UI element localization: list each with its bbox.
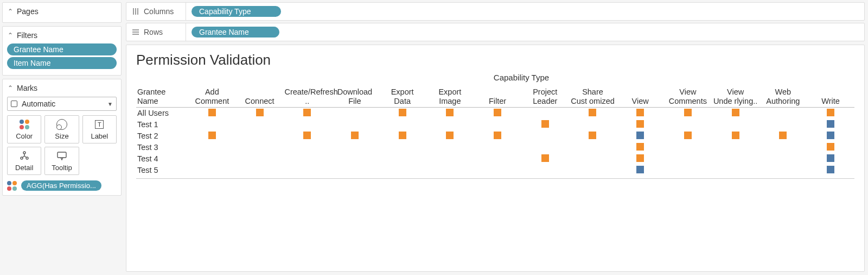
cell[interactable] [331, 142, 379, 153]
marks-size-button[interactable]: Size [44, 115, 79, 143]
mark-square[interactable] [446, 132, 454, 139]
viz-title[interactable]: Permission Validation [136, 52, 854, 68]
mark-square[interactable] [446, 109, 454, 116]
cell[interactable] [664, 153, 712, 165]
cell[interactable] [712, 165, 760, 179]
cell[interactable] [759, 107, 807, 119]
filters-header[interactable]: ⌃ Filters [7, 30, 117, 42]
mark-square[interactable] [827, 143, 834, 151]
cell[interactable] [283, 142, 331, 153]
mark-square[interactable] [636, 109, 644, 116]
cell[interactable] [474, 107, 521, 119]
marks-label-button[interactable]: T Label [82, 115, 117, 143]
cell[interactable] [236, 119, 284, 130]
cell[interactable] [379, 142, 426, 153]
cell[interactable] [426, 107, 474, 119]
cell[interactable] [188, 142, 236, 153]
cell[interactable] [426, 119, 474, 130]
mark-square[interactable] [636, 154, 644, 162]
cell[interactable] [474, 142, 521, 153]
mark-square[interactable] [494, 109, 501, 116]
column-header[interactable]: AddComment [188, 83, 236, 107]
cell[interactable] [616, 107, 664, 119]
cell[interactable] [521, 119, 569, 130]
cell[interactable] [521, 130, 569, 142]
cell[interactable] [426, 153, 474, 165]
columns-pill[interactable]: Capability Type [192, 6, 281, 17]
column-header[interactable]: Connect [236, 83, 284, 107]
cell[interactable] [283, 119, 331, 130]
row-header[interactable]: Test 1 [136, 119, 188, 130]
cell[interactable] [807, 119, 854, 130]
cell[interactable] [664, 130, 712, 142]
cell[interactable] [807, 142, 854, 153]
cell[interactable] [521, 165, 569, 179]
color-shelf-pill[interactable]: AGG(Has Permissio... [21, 180, 101, 191]
marks-detail-button[interactable]: Detail [7, 147, 41, 175]
cell[interactable] [331, 153, 379, 165]
mark-square[interactable] [779, 132, 787, 139]
cell[interactable] [712, 130, 760, 142]
cell[interactable] [569, 130, 617, 142]
mark-square[interactable] [684, 132, 692, 139]
cell[interactable] [379, 130, 426, 142]
cell[interactable] [712, 107, 760, 119]
column-header[interactable]: Filter [474, 83, 521, 107]
column-header[interactable]: ExportImage [426, 83, 474, 107]
mark-square[interactable] [732, 109, 739, 116]
cell[interactable] [426, 165, 474, 179]
cell[interactable] [616, 142, 664, 153]
rows-shelf-label[interactable]: Rows [126, 23, 186, 41]
marks-tooltip-button[interactable]: Tooltip [44, 147, 79, 175]
cell[interactable] [569, 119, 617, 130]
cell[interactable] [474, 119, 521, 130]
row-header[interactable]: Test 5 [136, 165, 188, 179]
cell[interactable] [188, 130, 236, 142]
cell[interactable] [283, 153, 331, 165]
rows-pill[interactable]: Grantee Name [192, 27, 279, 38]
cell[interactable] [569, 142, 617, 153]
pages-header[interactable]: ⌃ Pages [7, 6, 117, 18]
cell[interactable] [426, 142, 474, 153]
cell[interactable] [379, 165, 426, 179]
cell[interactable] [569, 165, 617, 179]
mark-square[interactable] [636, 132, 644, 139]
mark-square[interactable] [684, 109, 692, 116]
cell[interactable] [664, 142, 712, 153]
column-header[interactable]: ShareCust omized [569, 83, 617, 107]
column-header[interactable]: View [616, 83, 664, 107]
cell[interactable] [616, 119, 664, 130]
mark-square[interactable] [827, 132, 834, 139]
cell[interactable] [616, 165, 664, 179]
cell[interactable] [521, 107, 569, 119]
cell[interactable] [474, 130, 521, 142]
mark-square[interactable] [589, 132, 596, 139]
marks-header[interactable]: ⌃ Marks [7, 83, 117, 95]
cell[interactable] [331, 165, 379, 179]
cell[interactable] [236, 130, 284, 142]
cell[interactable] [236, 107, 284, 119]
cell[interactable] [331, 130, 379, 142]
cell[interactable] [426, 130, 474, 142]
mark-square[interactable] [494, 132, 501, 139]
row-header[interactable]: All Users [136, 107, 188, 119]
cell[interactable] [664, 119, 712, 130]
row-header[interactable]: Test 3 [136, 142, 188, 153]
cell[interactable] [712, 153, 760, 165]
mark-square[interactable] [541, 120, 549, 128]
column-header[interactable]: ViewUnde rlying.. [712, 83, 760, 107]
cell[interactable] [188, 119, 236, 130]
mark-square[interactable] [827, 154, 834, 162]
column-header[interactable]: WebAuthoring [759, 83, 807, 107]
cell[interactable] [664, 165, 712, 179]
cell[interactable] [759, 165, 807, 179]
cell[interactable] [759, 142, 807, 153]
mark-square[interactable] [827, 109, 834, 116]
cell[interactable] [521, 142, 569, 153]
cell[interactable] [379, 107, 426, 119]
cell[interactable] [331, 119, 379, 130]
mark-square[interactable] [636, 143, 644, 151]
cell[interactable] [807, 153, 854, 165]
cell[interactable] [188, 165, 236, 179]
mark-square[interactable] [303, 132, 311, 139]
